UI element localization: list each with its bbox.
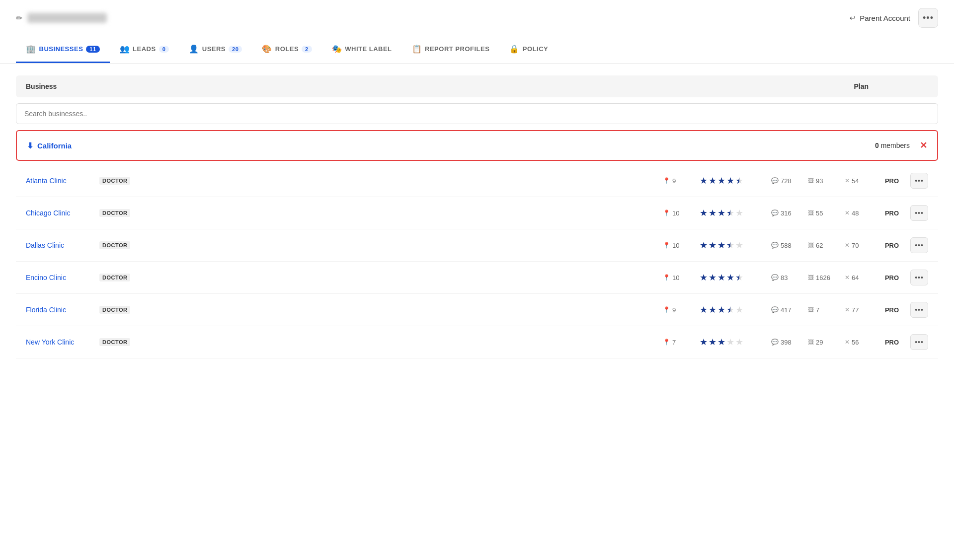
edit-icon[interactable]: ✏ xyxy=(16,13,22,23)
leads-icon: 👥 xyxy=(120,44,130,54)
location-icon: 📍 xyxy=(663,339,670,346)
business-tag: DOCTOR xyxy=(99,274,130,281)
star-full: ★ xyxy=(709,337,716,348)
business-name[interactable]: Chicago Clinic xyxy=(26,209,95,217)
business-tag: DOCTOR xyxy=(99,241,130,249)
tab-policy-label: POLICY xyxy=(523,45,548,53)
search-container xyxy=(16,103,938,124)
star-full: ★ xyxy=(700,175,708,186)
fork-icon: ⬇︎ xyxy=(27,141,33,150)
table-row: New York Clinic DOCTOR 📍 7 ★★★★★ 💬 398 🖼… xyxy=(16,326,938,358)
row-more-button[interactable]: ••• xyxy=(910,302,928,318)
leads-badge: 0 xyxy=(159,46,169,53)
plan-badge: PRO xyxy=(879,306,904,314)
white-label-icon: 🎭 xyxy=(332,44,342,54)
california-right: 0 members ✕ xyxy=(875,140,927,151)
business-name[interactable]: Encino Clinic xyxy=(26,274,95,281)
business-name[interactable]: Florida Clinic xyxy=(26,306,95,314)
more-options-button[interactable]: ••• xyxy=(918,8,938,28)
star-full: ★ xyxy=(700,272,708,283)
row-more-button[interactable]: ••• xyxy=(910,270,928,285)
table-row: Encino Clinic DOCTOR 📍 10 ★★★★ ★ ★ 💬 83 … xyxy=(16,262,938,294)
star-half: ★ ★ xyxy=(726,208,734,218)
business-meta: 📍 10 ★★★★ ★ ★ 💬 83 🖼 1626 ✕ 64 xyxy=(663,272,870,283)
photo-icon: 🖼 xyxy=(808,306,814,313)
navigation-tabs: 🏢 BUSINESSES 11 👥 LEADS 0 👤 USERS 20 🎨 R… xyxy=(0,36,954,64)
photos-count: 🖼 93 xyxy=(808,177,833,185)
tab-policy[interactable]: 🔒 POLICY xyxy=(499,36,558,63)
tab-white-label[interactable]: 🎭 WHITE LABEL xyxy=(322,36,402,63)
star-full: ★ xyxy=(709,304,716,315)
star-full: ★ xyxy=(700,240,708,251)
delete-group-button[interactable]: ✕ xyxy=(920,140,927,151)
column-header-plan: Plan xyxy=(854,82,869,90)
row-more-button[interactable]: ••• xyxy=(910,173,928,189)
parent-account-button[interactable]: ↩ Parent Account xyxy=(850,14,910,22)
star-half: ★ ★ xyxy=(726,240,734,251)
column-header-business: Business xyxy=(26,82,57,90)
connections-icon: ✕ xyxy=(845,210,850,216)
star-rating: ★★★ ★ ★ ★ xyxy=(700,240,759,251)
business-meta: 📍 7 ★★★★★ 💬 398 🖼 29 ✕ 56 xyxy=(663,337,870,348)
star-empty: ★ xyxy=(735,304,743,315)
table-row: Florida Clinic DOCTOR 📍 9 ★★★ ★ ★ ★ 💬 41… xyxy=(16,294,938,326)
members-text: 0 members xyxy=(875,141,910,149)
photo-icon: 🖼 xyxy=(808,274,814,281)
location-icon: 📍 xyxy=(663,177,670,184)
row-more-button[interactable]: ••• xyxy=(910,334,928,350)
star-full: ★ xyxy=(709,175,716,186)
row-more-button[interactable]: ••• xyxy=(910,205,928,221)
business-meta: 📍 10 ★★★ ★ ★ ★ 💬 588 🖼 62 ✕ 70 xyxy=(663,240,870,251)
top-bar-left: ✏ xyxy=(16,13,107,23)
table-header: Business Plan xyxy=(16,75,938,97)
business-tag: DOCTOR xyxy=(99,306,130,314)
comment-icon: 💬 xyxy=(771,274,779,281)
tab-businesses-label: BUSINESSES xyxy=(39,45,83,53)
tab-businesses[interactable]: 🏢 BUSINESSES 11 xyxy=(16,36,110,63)
connections-count: ✕ 56 xyxy=(845,339,870,346)
reviews-count: 💬 417 xyxy=(771,306,796,314)
row-more-button[interactable]: ••• xyxy=(910,237,928,253)
star-full: ★ xyxy=(700,208,708,218)
policy-icon: 🔒 xyxy=(509,44,520,54)
star-full: ★ xyxy=(717,272,725,283)
connections-icon: ✕ xyxy=(845,242,850,249)
comment-icon: 💬 xyxy=(771,210,779,216)
connections-icon: ✕ xyxy=(845,306,850,313)
california-name[interactable]: California xyxy=(37,141,72,150)
star-rating: ★★★ ★ ★ ★ xyxy=(700,208,759,218)
star-rating: ★★★ ★ ★ ★ xyxy=(700,304,759,315)
plan-badge: PRO xyxy=(879,274,904,281)
members-count: 0 xyxy=(875,141,879,149)
search-input[interactable] xyxy=(16,103,938,124)
tab-report-profiles[interactable]: 📋 REPORT PROFILES xyxy=(402,36,500,63)
california-group-row: ⬇︎ California 0 members ✕ xyxy=(16,130,938,161)
star-empty: ★ xyxy=(735,208,743,218)
business-name[interactable]: Atlanta Clinic xyxy=(26,177,95,185)
california-label: ⬇︎ California xyxy=(27,141,72,150)
parent-account-label: Parent Account xyxy=(860,14,910,22)
tab-leads[interactable]: 👥 LEADS 0 xyxy=(110,36,179,63)
location-icon: 📍 xyxy=(663,210,670,216)
business-name[interactable]: New York Clinic xyxy=(26,338,95,346)
photos-count: 🖼 29 xyxy=(808,339,833,346)
tab-users[interactable]: 👤 USERS 20 xyxy=(179,36,252,63)
plan-badge: PRO xyxy=(879,177,904,185)
star-rating: ★★★★ ★ ★ xyxy=(700,175,759,186)
locations-count: 📍 9 xyxy=(663,177,688,185)
photo-icon: 🖼 xyxy=(808,339,814,346)
star-full: ★ xyxy=(717,208,725,218)
reviews-count: 💬 588 xyxy=(771,242,796,249)
connections-icon: ✕ xyxy=(845,274,850,281)
connections-count: ✕ 77 xyxy=(845,306,870,314)
business-name[interactable]: Dallas Clinic xyxy=(26,241,95,249)
table-row: Chicago Clinic DOCTOR 📍 10 ★★★ ★ ★ ★ 💬 3… xyxy=(16,197,938,229)
comment-icon: 💬 xyxy=(771,339,779,346)
business-tag: DOCTOR xyxy=(99,177,130,185)
roles-badge: 2 xyxy=(302,46,312,53)
plan-badge: PRO xyxy=(879,210,904,217)
users-icon: 👤 xyxy=(189,44,199,54)
star-half: ★ ★ xyxy=(735,272,743,283)
tab-roles[interactable]: 🎨 ROLES 2 xyxy=(252,36,321,63)
connections-count: ✕ 48 xyxy=(845,210,870,217)
